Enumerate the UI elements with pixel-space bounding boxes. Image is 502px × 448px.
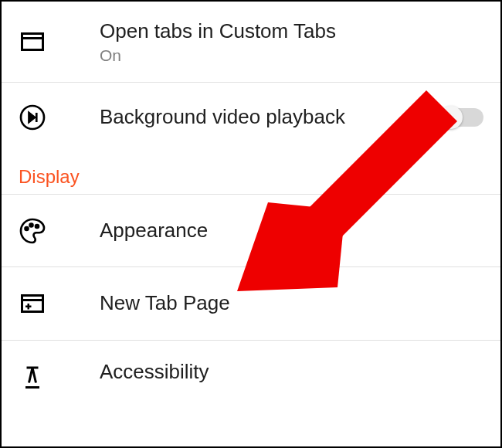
- svg-rect-7: [22, 296, 43, 312]
- play-next-icon: [19, 104, 100, 131]
- background-video-label: Background video playback: [100, 104, 442, 131]
- accessibility-label: Accessibility: [100, 359, 483, 385]
- settings-row-background-video[interactable]: Background video playback: [2, 83, 500, 152]
- palette-icon: [19, 217, 100, 245]
- settings-row-appearance[interactable]: Appearance: [2, 194, 500, 267]
- svg-point-6: [36, 225, 39, 228]
- tab-icon: [19, 28, 100, 56]
- accessibility-icon: [19, 359, 100, 391]
- svg-point-5: [30, 223, 33, 226]
- settings-row-new-tab-page[interactable]: New Tab Page: [2, 267, 500, 341]
- custom-tabs-value: On: [100, 46, 483, 65]
- svg-rect-0: [22, 34, 43, 50]
- svg-point-4: [25, 227, 29, 230]
- settings-list: Open tabs in Custom Tabs On Background v…: [2, 2, 500, 395]
- custom-tabs-label: Open tabs in Custom Tabs: [100, 19, 483, 45]
- settings-row-custom-tabs[interactable]: Open tabs in Custom Tabs On: [2, 2, 500, 83]
- section-header-display: Display: [2, 152, 500, 194]
- new-tab-page-label: New Tab Page: [100, 290, 483, 317]
- toggle-thumb: [439, 106, 463, 129]
- background-video-toggle[interactable]: [442, 108, 483, 127]
- new-tab-icon: [19, 290, 100, 317]
- settings-row-accessibility[interactable]: Accessibility: [2, 341, 500, 395]
- appearance-label: Appearance: [100, 218, 483, 244]
